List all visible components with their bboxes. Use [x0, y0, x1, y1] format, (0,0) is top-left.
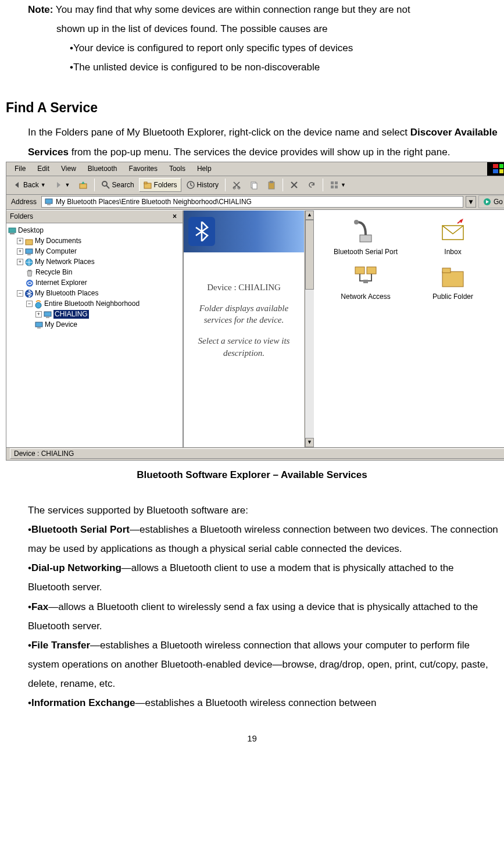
history-icon: [186, 180, 195, 190]
svg-rect-40: [355, 267, 364, 274]
menu-tools[interactable]: Tools: [163, 163, 191, 174]
svg-rect-21: [47, 204, 51, 205]
info-banner: [184, 211, 304, 252]
tree-mycomp[interactable]: + My Computer: [8, 247, 181, 257]
tree-mydevice[interactable]: My Device: [8, 320, 181, 330]
paste-button[interactable]: [263, 178, 280, 192]
history-button[interactable]: History: [183, 178, 222, 192]
tree-recycle[interactable]: Recycle Bin: [8, 268, 181, 278]
service-infoex-desc: —establishes a Bluetooth wireless connec…: [135, 697, 376, 708]
svg-line-6: [106, 186, 109, 188]
service-dialup-name: Dial-up Networking: [31, 562, 121, 573]
scroll-down-button[interactable]: ▼: [305, 438, 314, 447]
svg-rect-42: [363, 280, 368, 283]
tree-entire[interactable]: − Entire Bluetooth Neighborhood: [8, 299, 181, 309]
back-button[interactable]: Back ▼: [9, 178, 49, 192]
recycle-bin-icon: [25, 268, 34, 277]
tree-mydocs[interactable]: + My Documents: [8, 236, 181, 247]
svg-rect-33: [44, 312, 51, 316]
service-public-folder[interactable]: Public Folder: [415, 262, 491, 301]
views-icon: [330, 180, 339, 190]
service-fax-name: Fax: [31, 601, 48, 612]
svg-rect-15: [270, 181, 273, 183]
service-inbox[interactable]: Inbox: [415, 217, 491, 256]
svg-rect-37: [360, 235, 371, 242]
remote-computer-icon: [43, 310, 52, 319]
tree-desktop[interactable]: Desktop: [8, 226, 181, 236]
ie-icon: [25, 279, 34, 288]
svg-rect-19: [335, 186, 338, 188]
svg-rect-26: [26, 249, 33, 254]
public-folder-icon: [439, 262, 467, 290]
svg-rect-16: [331, 181, 334, 184]
svg-rect-13: [252, 183, 257, 189]
back-arrow-icon: [12, 180, 22, 190]
intro-line-1: In the Folders pane of My Bluetooth Expl…: [28, 127, 410, 138]
menu-favorites[interactable]: Favorites: [123, 163, 163, 174]
desktop-icon: [8, 226, 17, 236]
computer-icon: [44, 197, 53, 206]
svg-rect-24: [10, 233, 15, 234]
svg-rect-29: [28, 270, 31, 271]
service-inbox-label: Inbox: [415, 248, 491, 256]
tree-entire-label: Entire Bluetooth Neighborhood: [44, 299, 140, 308]
tree-ie[interactable]: Internet Explorer: [8, 278, 181, 288]
menu-help[interactable]: Help: [191, 163, 217, 174]
screenshot-caption: Bluetooth Software Explorer – Available …: [6, 465, 498, 484]
tree-chialing[interactable]: + CHIALING: [8, 309, 181, 320]
computer-icon: [24, 247, 34, 256]
folders-button[interactable]: Folders: [139, 178, 181, 192]
info-scrollbar[interactable]: ▲ ▼: [305, 211, 314, 447]
address-path: My Bluetooth Places\Entire Bluetooth Nei…: [56, 198, 252, 206]
svg-rect-27: [27, 254, 31, 255]
network-places-icon: [24, 258, 34, 267]
copy-button[interactable]: [246, 178, 262, 192]
bluetooth-icon: [24, 289, 34, 298]
windows-logo-icon: [487, 162, 504, 176]
bluetooth-logo-icon: [188, 217, 215, 246]
svg-rect-18: [331, 186, 334, 188]
tree-chialing-label: CHIALING: [53, 310, 89, 318]
service-bluetooth-serial-port[interactable]: Bluetooth Serial Port: [328, 217, 403, 256]
svg-rect-41: [367, 267, 376, 274]
search-label: Search: [112, 181, 134, 189]
folders-close-button[interactable]: ×: [170, 212, 179, 220]
folders-label: Folders: [154, 181, 177, 189]
folders-icon: [143, 180, 152, 190]
views-button[interactable]: ▼: [326, 178, 349, 192]
tree-mynet[interactable]: + My Network Places: [8, 257, 181, 268]
menu-bluetooth[interactable]: Bluetooth: [82, 163, 123, 174]
tree-mybt[interactable]: − My Bluetooth Places: [8, 288, 181, 299]
search-button[interactable]: Search: [98, 178, 138, 192]
undo-button[interactable]: [303, 178, 320, 192]
scroll-thumb[interactable]: [305, 220, 314, 290]
status-bar: Device : CHIALING: [6, 447, 504, 460]
address-label: Address: [9, 198, 39, 206]
note-bullet-2: •The unlisted device is configured to be…: [6, 58, 498, 77]
address-field[interactable]: My Bluetooth Places\Entire Bluetooth Nei…: [41, 196, 463, 208]
scroll-up-button[interactable]: ▲: [305, 211, 314, 220]
service-network-access[interactable]: Network Access: [328, 262, 403, 301]
up-button[interactable]: [75, 178, 91, 192]
go-button[interactable]: Go: [478, 195, 504, 208]
svg-rect-8: [144, 182, 147, 184]
tree-mybt-label: My Bluetooth Places: [35, 289, 98, 297]
service-filetransfer-desc: —establishes a Bluetooth wireless connec…: [28, 640, 488, 689]
address-dropdown-button[interactable]: ▼: [466, 196, 476, 208]
menu-edit[interactable]: Edit: [31, 163, 55, 174]
cut-button[interactable]: [228, 178, 245, 192]
delete-button[interactable]: [286, 178, 302, 192]
intro-line-2: from the pop-up menu. The services the d…: [69, 147, 450, 158]
undo-icon: [307, 180, 316, 190]
menu-view[interactable]: View: [55, 163, 82, 174]
service-filetransfer-name: File Transfer: [31, 640, 90, 651]
folders-pane: Folders × Desktop + My Documents + My Co…: [6, 211, 184, 447]
menu-file[interactable]: File: [9, 163, 31, 174]
up-folder-icon: [78, 180, 88, 190]
globe-radio-icon: [34, 299, 43, 309]
forward-button[interactable]: ▼: [51, 178, 74, 192]
tree-ie-label: Internet Explorer: [35, 279, 87, 287]
network-access-icon: [352, 262, 380, 290]
svg-rect-43: [442, 272, 463, 287]
forward-arrow-icon: [54, 180, 63, 190]
